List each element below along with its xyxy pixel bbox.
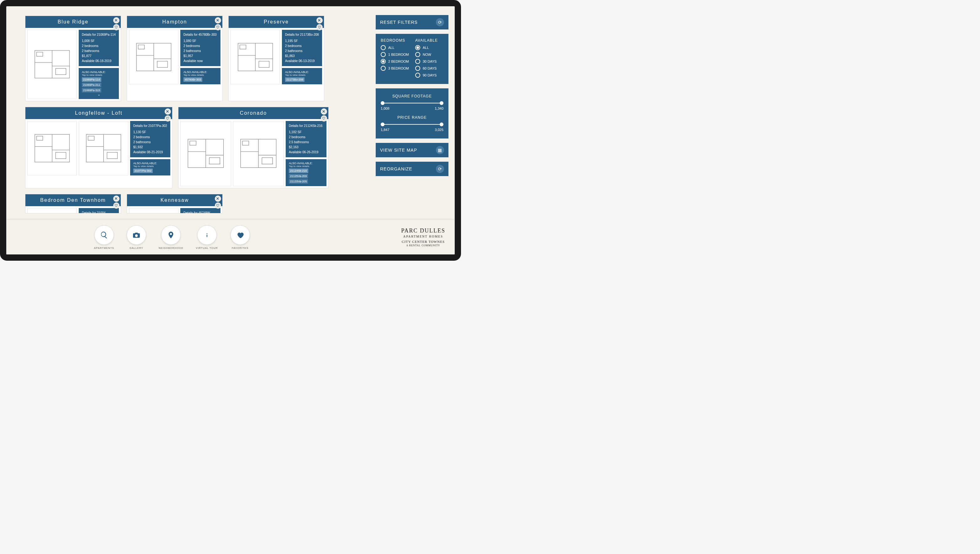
nav-item-info[interactable]: VIRTUAL TOUR <box>196 225 218 250</box>
floorplan-card[interactable]: Blue Ridge✕♡Details for 21069Pa-1141,008… <box>25 16 121 101</box>
close-icon[interactable]: ✕ <box>321 108 327 115</box>
unit-chip[interactable]: 21133Va-205 <box>289 179 308 184</box>
floorplan-card[interactable]: Preserve✕♡Details for 21173Bo-2081,195 S… <box>228 16 324 101</box>
floorplan-card[interactable]: Longfellow - Loft✕♡Details for 21077Pa-3… <box>25 107 172 188</box>
heart-icon[interactable]: ♡ <box>164 115 171 122</box>
floorplan-card[interactable]: Kennesaw✕♡Details for 45749W <box>127 194 223 213</box>
close-icon[interactable]: ✕ <box>113 196 120 202</box>
nav-item-heart[interactable]: FAVORITES <box>230 225 250 250</box>
close-icon[interactable]: ✕ <box>215 17 221 24</box>
sqft-slider[interactable] <box>383 103 442 103</box>
unit-chip[interactable]: 45780Br-303 <box>184 77 202 82</box>
price-min: 1,847 <box>381 128 389 132</box>
floorplan-image[interactable] <box>230 30 280 84</box>
svg-rect-22 <box>37 136 43 140</box>
floorplan-image[interactable] <box>27 208 77 213</box>
floorplan-image[interactable] <box>129 208 179 213</box>
camera-icon <box>127 225 146 245</box>
also-available-block: ALSO AVAILABLE:Tap to view details45780B… <box>180 68 220 84</box>
radio-option[interactable]: 30 DAYS <box>415 59 444 64</box>
details-block: Details for 21124Sk-2161,182 SF2 bedroom… <box>286 121 326 157</box>
card-title: Hampton✕♡ <box>127 16 222 28</box>
unit-chip[interactable]: 21069Pa-315 <box>82 88 101 92</box>
heart-icon[interactable]: ♡ <box>215 202 221 209</box>
svg-rect-10 <box>138 45 144 49</box>
svg-rect-34 <box>190 141 196 145</box>
heart-icon[interactable]: ♡ <box>215 24 221 30</box>
floorplan-image[interactable] <box>79 121 128 175</box>
price-handle-max[interactable] <box>440 123 444 126</box>
price-slider[interactable] <box>383 124 442 125</box>
card-title: Preserve✕♡ <box>228 16 324 28</box>
radio-icon <box>415 66 420 71</box>
sqft-min: 1,008 <box>381 107 389 110</box>
radio-icon <box>381 52 386 57</box>
radio-option[interactable]: NOW <box>415 52 444 57</box>
radio-option[interactable]: 90 DAYS <box>415 73 444 78</box>
floorplan-card[interactable]: Bedroom Den Townhom✕♡Details for 21004 <box>25 194 121 213</box>
close-icon[interactable]: ✕ <box>113 17 120 24</box>
floorplan-image[interactable] <box>129 30 179 84</box>
card-title: Kennesaw✕♡ <box>127 194 222 206</box>
details-title: Details for 21173Bo-208 <box>285 32 319 37</box>
reorganize-button[interactable]: REORGANIZE ⟳ <box>376 162 449 176</box>
close-icon[interactable]: ✕ <box>164 108 171 115</box>
refresh-icon: ⟳ <box>436 18 444 26</box>
reset-filters-button[interactable]: RESET FILTERS ⟳ <box>376 15 449 29</box>
refresh-icon: ⟳ <box>436 165 444 173</box>
unit-chip[interactable]: 21173Bo-208 <box>285 77 305 82</box>
also-available-block: ALSO AVAILABLE:Tap to view details21077P… <box>130 159 170 175</box>
unit-chip[interactable]: 21069Pa-211 <box>82 83 101 87</box>
nav-item-pin[interactable]: NEIGHBORHOOD <box>159 225 184 250</box>
pin-icon <box>161 225 180 245</box>
bottom-nav-bar: APARTMENTSGALLERYNEIGHBORHOODVIRTUAL TOU… <box>6 220 455 255</box>
floorplan-image[interactable] <box>27 30 77 99</box>
floorplan-card[interactable]: Coronado✕♡Details for 21124Sk-2161,182 S… <box>178 107 329 188</box>
price-handle-min[interactable] <box>381 123 385 126</box>
details-title: Details for 21004 <box>82 210 116 213</box>
unit-chip[interactable]: 21077Pa-302 <box>133 169 153 173</box>
svg-rect-4 <box>37 53 43 56</box>
available-title: AVAILABLE <box>415 38 444 43</box>
svg-rect-16 <box>239 45 246 49</box>
svg-rect-28 <box>88 136 94 140</box>
nav-item-camera[interactable]: GALLERY <box>127 225 146 250</box>
details-block: Details for 45780Br-3031,080 SF2 bedroom… <box>180 30 220 66</box>
svg-rect-23 <box>56 152 66 159</box>
details-block: Details for 21004 <box>79 208 119 213</box>
search-icon <box>94 225 114 245</box>
heart-icon[interactable]: ♡ <box>113 202 120 209</box>
radio-option[interactable]: ALL <box>381 45 409 50</box>
svg-rect-35 <box>209 158 220 164</box>
floorplan-card[interactable]: Hampton✕♡Details for 45780Br-3031,080 SF… <box>127 16 223 101</box>
sqft-handle-min[interactable] <box>381 101 385 105</box>
chevron-down-icon[interactable]: ⌄ <box>82 92 116 97</box>
unit-chip[interactable]: 21069Pa-114 <box>82 77 101 82</box>
nav-item-search[interactable]: APARTMENTS <box>94 225 114 250</box>
radio-option[interactable]: 60 DAYS <box>415 66 444 71</box>
details-block: Details for 21173Bo-2081,195 SF2 bedroom… <box>282 30 322 66</box>
radio-option[interactable]: 2 BEDROOM <box>381 59 409 64</box>
radio-option[interactable]: 1 BEDROOM <box>381 52 409 57</box>
info-icon <box>197 225 217 245</box>
heart-icon[interactable]: ♡ <box>321 115 327 122</box>
radio-option[interactable]: 3 BEDROOM <box>381 66 409 71</box>
unit-chip[interactable]: 21124Sk-216 <box>289 169 308 173</box>
svg-rect-5 <box>56 68 66 75</box>
view-sitemap-button[interactable]: VIEW SITE MAP ▦ <box>376 143 449 157</box>
heart-icon <box>230 225 250 245</box>
unit-chip[interactable]: 21125Va-209 <box>289 174 308 178</box>
heart-icon[interactable]: ♡ <box>316 24 323 30</box>
card-title: Bedroom Den Townhom✕♡ <box>26 194 121 206</box>
sqft-handle-max[interactable] <box>440 101 444 105</box>
close-icon[interactable]: ✕ <box>316 17 323 24</box>
map-icon: ▦ <box>436 146 444 154</box>
heart-icon[interactable]: ♡ <box>113 24 120 30</box>
radio-option[interactable]: ALL <box>415 45 444 50</box>
details-block: Details for 45749W <box>180 208 220 213</box>
floorplan-image[interactable] <box>180 121 231 186</box>
floorplan-image[interactable] <box>233 121 284 186</box>
device-logo: ēlo <box>228 256 233 260</box>
close-icon[interactable]: ✕ <box>215 196 221 202</box>
floorplan-image[interactable] <box>27 121 77 175</box>
